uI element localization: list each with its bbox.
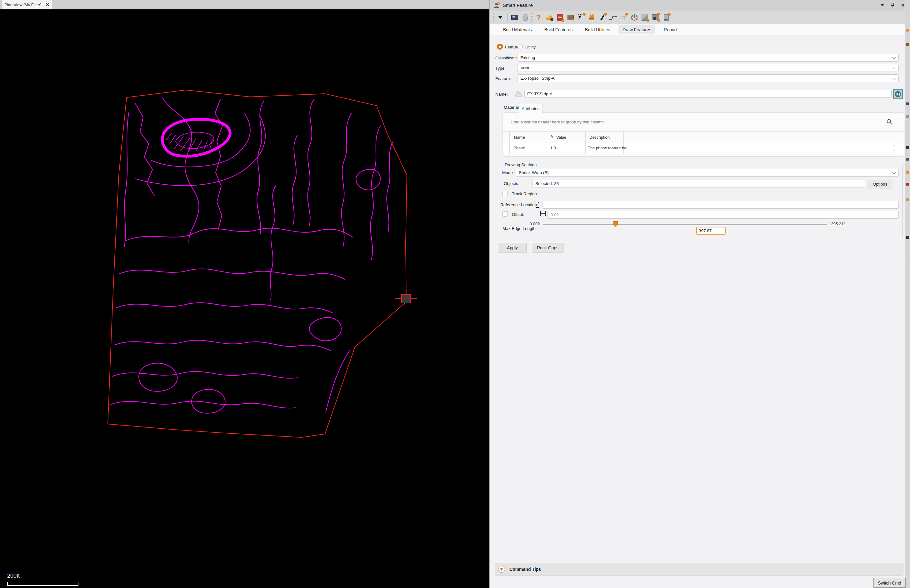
table-row[interactable] bbox=[503, 143, 904, 154]
offset-field[interactable]: 0.02 bbox=[548, 211, 899, 219]
plan-view-tab[interactable]: Plan View [My Filter] ✕ bbox=[2, 0, 52, 10]
feature-value: EX-Topsoil Strip-A bbox=[520, 76, 555, 81]
docked-icon[interactable] bbox=[906, 43, 909, 46]
track-region-label: Track Region bbox=[512, 192, 537, 196]
name-increment-button[interactable] bbox=[893, 89, 903, 99]
docked-icon[interactable] bbox=[906, 171, 909, 174]
pen-annotate-icon[interactable] bbox=[598, 13, 607, 22]
package-export-icon[interactable] bbox=[566, 13, 575, 22]
selection-settings-icon[interactable] bbox=[577, 13, 586, 22]
search-icon[interactable] bbox=[886, 119, 892, 125]
docked-icon[interactable] bbox=[906, 102, 909, 105]
chevron-down-icon bbox=[892, 171, 895, 174]
panel-pin-icon[interactable] bbox=[889, 2, 896, 8]
offset-value: 0.02 bbox=[551, 212, 559, 217]
docked-toolbar-strip[interactable] bbox=[905, 0, 910, 588]
docked-icon[interactable] bbox=[906, 115, 909, 118]
reference-location-label: Reference Location: bbox=[500, 202, 538, 207]
pencil-icon: ✎ bbox=[550, 134, 554, 139]
docked-icon[interactable] bbox=[906, 158, 909, 161]
tab-build-features[interactable]: Build Features bbox=[540, 25, 577, 34]
scroll-down-icon[interactable]: ▼ bbox=[892, 149, 895, 152]
objects-field[interactable]: Selected: 26 bbox=[532, 180, 865, 187]
classification-value: Existing bbox=[520, 55, 535, 60]
type-dropdown[interactable]: Area bbox=[517, 64, 899, 72]
skip-next-icon bbox=[895, 91, 901, 97]
expand-toggle-icon[interactable] bbox=[498, 566, 505, 573]
panel-settings-icon[interactable] bbox=[651, 13, 660, 22]
slider-max-label: 1295.21ft bbox=[829, 221, 845, 226]
tab-report[interactable]: Report bbox=[660, 25, 681, 34]
feature-label: Feature: bbox=[495, 76, 511, 81]
reference-location-field[interactable] bbox=[542, 201, 899, 209]
panel-dropdown-arrow-icon[interactable] bbox=[496, 13, 505, 22]
docked-icon[interactable] bbox=[906, 146, 909, 149]
pick-point-icon[interactable] bbox=[534, 200, 541, 208]
cube-3d-icon[interactable] bbox=[630, 13, 639, 22]
drawing-settings-legend: Drawing Settings bbox=[503, 163, 538, 167]
docked-icon[interactable] bbox=[906, 199, 909, 201]
track-region-checkbox[interactable] bbox=[503, 191, 508, 196]
safety-vest-icon[interactable] bbox=[587, 13, 596, 22]
name-input[interactable] bbox=[524, 90, 892, 98]
contour-lines bbox=[110, 97, 393, 414]
pdf-export-icon[interactable]: PDF bbox=[555, 13, 564, 22]
type-value: Area bbox=[520, 66, 529, 70]
docked-icon[interactable] bbox=[906, 236, 909, 239]
help-icon[interactable]: ? bbox=[534, 13, 543, 22]
classification-dropdown[interactable]: Existing bbox=[517, 54, 899, 61]
column-header-value[interactable]: Value bbox=[556, 135, 566, 140]
panel-title: Smart Feature bbox=[503, 3, 533, 8]
offset-checkbox[interactable] bbox=[503, 211, 508, 216]
toolbar-grip[interactable] bbox=[493, 13, 494, 22]
tab-draw-features[interactable]: Draw Features bbox=[618, 25, 655, 34]
row-phase-value[interactable]: 1.0 bbox=[550, 145, 556, 150]
polyline-icon[interactable] bbox=[608, 13, 617, 22]
offset-distance-icon bbox=[539, 210, 546, 217]
chevron-down-icon bbox=[892, 76, 895, 80]
plan-view-close-icon[interactable]: ✕ bbox=[45, 2, 49, 7]
chevron-down-icon bbox=[892, 66, 895, 69]
chevron-down-icon bbox=[892, 56, 895, 59]
group-by-hint[interactable]: Drag a column header here to group by th… bbox=[511, 120, 604, 124]
mode-dropdown[interactable]: Shrink Wrap (S) bbox=[516, 169, 899, 176]
scroll-up-icon[interactable]: ▲ bbox=[892, 144, 895, 147]
offset-label: Offset: bbox=[512, 212, 524, 217]
slider-min-label: 0.00ft bbox=[530, 221, 540, 226]
tab-build-utilities[interactable]: Build Utilities bbox=[581, 25, 614, 34]
max-edge-length-slider[interactable] bbox=[543, 224, 827, 225]
tab-build-materials[interactable]: Build Materials bbox=[499, 25, 536, 34]
switch-cmd-button[interactable]: Switch Cmd bbox=[873, 578, 906, 588]
lock-icon[interactable] bbox=[520, 13, 530, 22]
feature-dropdown[interactable]: EX-Topsoil Strip-A bbox=[517, 74, 899, 82]
objects-value: Selected: 26 bbox=[535, 181, 559, 186]
docked-icon[interactable] bbox=[906, 29, 909, 32]
max-edge-length-label: Max Edge Length: bbox=[503, 226, 537, 231]
toolbar-grip[interactable] bbox=[531, 13, 532, 22]
rock-grips-button[interactable]: Rock Grips bbox=[532, 243, 563, 252]
panel-chevron-down-icon[interactable] bbox=[879, 2, 886, 8]
docked-icon[interactable] bbox=[906, 183, 909, 186]
document-export-icon[interactable] bbox=[661, 13, 671, 22]
command-tips-bar[interactable]: Command Tips bbox=[495, 563, 904, 575]
utility-radio-label: Utility bbox=[525, 45, 536, 49]
screen-icon[interactable] bbox=[510, 13, 519, 22]
solid-box-icon[interactable] bbox=[640, 13, 650, 22]
utility-radio[interactable] bbox=[517, 44, 523, 49]
feature-radio[interactable] bbox=[497, 44, 503, 49]
apply-button[interactable]: Apply bbox=[498, 243, 527, 252]
type-label: Type: bbox=[495, 66, 506, 71]
panel-toolbar: ? PDF bbox=[490, 11, 905, 24]
plan-view-canvas[interactable] bbox=[0, 10, 489, 588]
attributes-tab[interactable]: Attributes bbox=[519, 103, 543, 113]
options-button[interactable]: Options bbox=[867, 180, 893, 188]
row-phase-description: The phase feature bel... bbox=[588, 145, 630, 150]
column-header-description[interactable]: Description bbox=[589, 135, 610, 140]
mode-value: Shrink Wrap (S) bbox=[519, 170, 549, 175]
column-header-name[interactable]: Name bbox=[514, 135, 525, 140]
image-settings-icon[interactable] bbox=[545, 13, 554, 22]
max-edge-length-input[interactable] bbox=[696, 227, 726, 235]
boundary-polyline bbox=[108, 90, 407, 438]
grid-axes-icon[interactable] bbox=[619, 13, 628, 22]
row-phase-name: Phase bbox=[514, 145, 525, 150]
